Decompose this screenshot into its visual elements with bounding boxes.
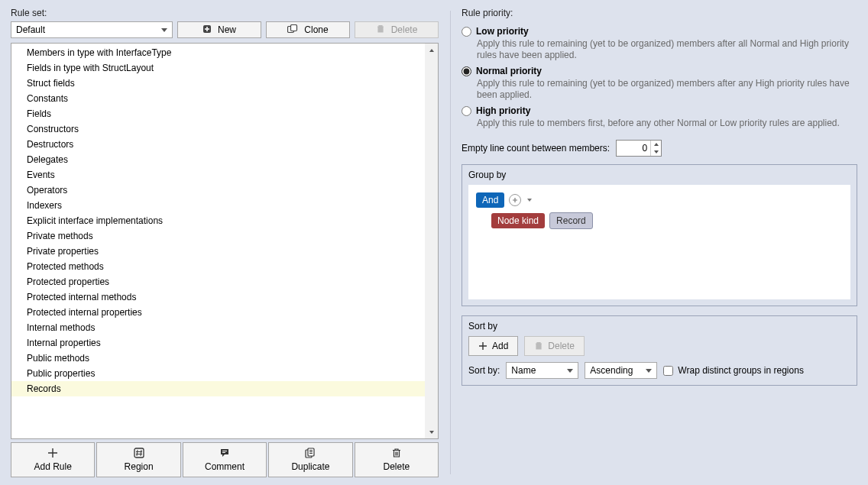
node-kind-chip[interactable]: Node kind — [491, 213, 545, 228]
sort-delete-button[interactable]: Delete — [524, 336, 585, 356]
list-item[interactable]: Private methods — [11, 228, 425, 244]
list-item[interactable]: Fields in type with StructLayout — [11, 60, 425, 76]
sort-direction-dropdown[interactable]: Ascending — [585, 362, 657, 379]
svg-rect-10 — [309, 450, 313, 451]
delete-ruleset-button[interactable]: Delete — [355, 21, 439, 38]
empty-line-count-input[interactable] — [616, 140, 662, 157]
rules-listbox[interactable]: Members in type with InterfaceTypeFields… — [11, 43, 439, 439]
priority-title: Low priority — [476, 26, 529, 37]
svg-rect-4 — [291, 24, 297, 31]
svg-rect-12 — [309, 453, 313, 454]
list-item[interactable]: Struct fields — [11, 76, 425, 91]
list-item[interactable]: Public properties — [11, 366, 425, 381]
svg-rect-11 — [309, 451, 313, 452]
sort-add-label: Add — [492, 341, 508, 351]
wrap-regions-label: Wrap distinct groups in regions — [678, 365, 804, 376]
priority-description: Apply this rule to remaining (yet to be … — [477, 38, 857, 61]
list-item[interactable]: Members in type with InterfaceType — [11, 45, 425, 60]
list-item[interactable]: Internal properties — [11, 335, 425, 351]
hash-icon — [97, 448, 180, 458]
list-item[interactable]: Events — [11, 167, 425, 183]
comment-label: Comment — [183, 461, 266, 472]
delete-rule-label: Delete — [355, 461, 438, 472]
comment-icon — [183, 448, 266, 458]
empty-line-label: Empty line count between members: — [462, 143, 610, 154]
sort-add-button[interactable]: Add — [468, 336, 518, 356]
list-item[interactable]: Destructors — [11, 137, 425, 152]
priority-radio[interactable] — [462, 27, 471, 37]
scroll-up-icon[interactable] — [425, 44, 438, 57]
new-btn-label: New — [218, 24, 236, 35]
priority-radio[interactable] — [462, 66, 471, 76]
duplicate-label: Duplicate — [269, 461, 351, 472]
list-item[interactable]: Protected internal methods — [11, 289, 425, 305]
scroll-down-icon[interactable] — [425, 425, 438, 438]
add-condition-button[interactable] — [509, 194, 521, 206]
sort-field-value: Name — [511, 365, 536, 376]
delete-rule-button[interactable]: Delete — [355, 442, 439, 477]
empty-line-count-value[interactable] — [617, 143, 650, 154]
svg-rect-7 — [222, 452, 225, 453]
spinner-down-icon[interactable] — [651, 148, 662, 156]
list-item[interactable]: Records — [11, 381, 425, 396]
svg-rect-6 — [222, 451, 227, 451]
trash-icon — [376, 24, 385, 36]
region-label: Region — [97, 461, 180, 472]
list-item[interactable]: Protected methods — [11, 259, 425, 274]
groupby-legend: Group by — [468, 170, 850, 180]
clone-icon — [287, 24, 298, 36]
chevron-down-icon — [161, 28, 167, 32]
chevron-down-icon — [646, 369, 652, 373]
new-ruleset-button[interactable]: New — [177, 21, 261, 38]
splitter[interactable] — [449, 11, 451, 474]
list-item[interactable]: Constants — [11, 91, 425, 106]
groupby-fieldset: Group by And Node kind Record — [462, 164, 857, 306]
region-button[interactable]: Region — [96, 442, 180, 477]
sort-by-label: Sort by: — [468, 365, 500, 376]
priority-label: Rule priority: — [462, 8, 857, 18]
spinner-up-icon[interactable] — [651, 141, 662, 148]
svg-rect-2 — [205, 28, 209, 30]
list-item[interactable]: Operators — [11, 183, 425, 198]
duplicate-icon — [269, 448, 351, 458]
duplicate-button[interactable]: Duplicate — [268, 442, 352, 477]
ruleset-label: Rule set: — [11, 8, 439, 18]
chevron-down-icon — [567, 369, 573, 373]
wrap-regions-checkbox[interactable] — [663, 366, 673, 376]
trash-icon — [355, 448, 438, 458]
list-item[interactable]: Internal methods — [11, 320, 425, 335]
list-item[interactable]: Protected properties — [11, 274, 425, 289]
sortby-fieldset: Sort by Add Delete Sort by: Name Ascendi… — [462, 315, 857, 386]
sortby-legend: Sort by — [468, 321, 850, 331]
list-item[interactable]: Explicit interface implementations — [11, 213, 425, 228]
priority-description: Apply this rule to remaining (yet to be … — [477, 78, 857, 101]
priority-title: Normal priority — [476, 66, 542, 76]
list-item[interactable]: Indexers — [11, 198, 425, 213]
comment-button[interactable]: Comment — [183, 442, 267, 477]
list-item[interactable]: Protected internal properties — [11, 305, 425, 320]
scrollbar[interactable] — [425, 44, 438, 438]
chevron-down-icon[interactable] — [527, 199, 532, 202]
sort-field-dropdown[interactable]: Name — [506, 362, 578, 379]
list-item[interactable]: Fields — [11, 106, 425, 121]
plus-icon — [11, 448, 94, 458]
ruleset-dropdown[interactable]: Default — [11, 21, 173, 38]
ruleset-dropdown-value: Default — [16, 24, 45, 35]
list-item[interactable]: Private properties — [11, 244, 425, 259]
svg-rect-5 — [134, 448, 144, 458]
list-item[interactable]: Delegates — [11, 152, 425, 167]
record-chip[interactable]: Record — [549, 212, 593, 229]
priority-description: Apply this rule to members first, before… — [477, 118, 857, 129]
clone-btn-label: Clone — [304, 24, 328, 35]
sort-direction-value: Ascending — [590, 365, 633, 376]
plus-icon — [202, 24, 212, 36]
priority-radio[interactable] — [462, 106, 471, 116]
and-chip[interactable]: And — [476, 192, 504, 208]
add-rule-button[interactable]: Add Rule — [11, 442, 95, 477]
list-item[interactable]: Public methods — [11, 351, 425, 366]
clone-ruleset-button[interactable]: Clone — [266, 21, 350, 38]
sort-delete-label: Delete — [548, 341, 575, 351]
list-item[interactable]: Constructors — [11, 121, 425, 137]
priority-title: High priority — [476, 105, 530, 116]
delete-ruleset-label: Delete — [391, 24, 418, 35]
